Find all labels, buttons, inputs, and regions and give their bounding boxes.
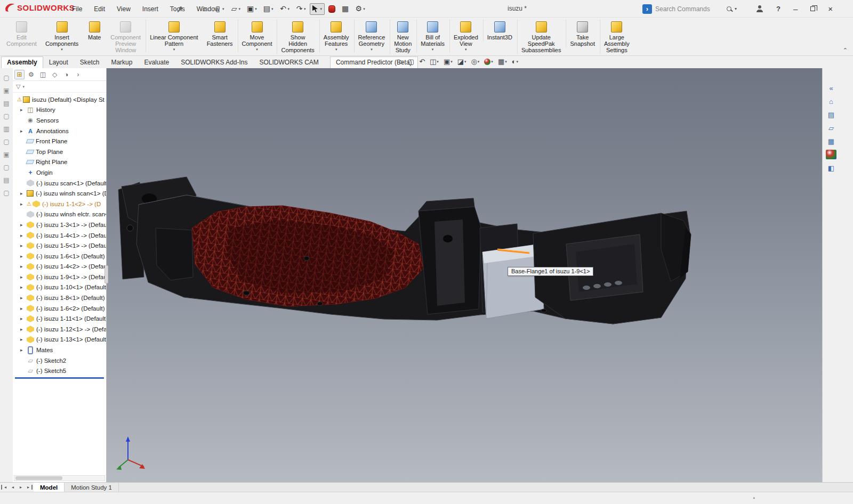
- scrollbar-thumb[interactable]: [15, 476, 62, 480]
- chevron-down-icon[interactable]: ▾: [478, 60, 480, 64]
- chevron-down-icon[interactable]: ▾: [432, 47, 434, 52]
- expand-arrow-icon[interactable]: ▸: [20, 327, 27, 332]
- tree-item[interactable]: ▸ ⚠ Annotations: [13, 126, 106, 136]
- prev-tab-icon[interactable]: ◂: [9, 485, 17, 490]
- tree-item[interactable]: ▸ ⚠ Origin: [13, 167, 106, 178]
- tree-item[interactable]: ▸ ⚠ (-) isuzu scan<1> (Default): [13, 178, 106, 189]
- document-tab[interactable]: Motion Study 1: [65, 483, 119, 492]
- chevron-down-icon[interactable]: ▾: [363, 7, 365, 11]
- expand-arrow-icon[interactable]: ▸: [20, 337, 27, 342]
- redo-icon[interactable]: ↷ ▾: [293, 3, 309, 15]
- tree-item[interactable]: ▸ ⚠ (-) isuzu 1-10<1> (Default): [13, 282, 106, 293]
- expand-arrow-icon[interactable]: ▸: [20, 243, 27, 248]
- expand-arrow-icon[interactable]: ▸: [20, 274, 27, 280]
- save-icon[interactable]: ▣ ▾: [244, 3, 260, 15]
- panel-splitter[interactable]: [104, 265, 108, 283]
- chevron-down-icon[interactable]: ▾: [271, 7, 273, 11]
- undo-icon[interactable]: ↶ ▾: [277, 3, 293, 15]
- panel-overflow-icon[interactable]: ›: [73, 70, 83, 79]
- chevron-down-icon[interactable]: ▾: [320, 7, 323, 11]
- component-preview-window-button[interactable]: Component Preview Window ▾: [106, 19, 145, 54]
- tree-item[interactable]: ▸ ⚠ Sensors: [13, 115, 106, 126]
- tree-item[interactable]: ▸ ⚠ (-) isuzu 1-13<1> (Default): [13, 335, 106, 345]
- tree-item[interactable]: ▸ ⚠ History: [13, 105, 106, 116]
- command-tab[interactable]: Assembly: [1, 56, 43, 68]
- options-icon[interactable]: ⚙ ▾: [352, 3, 368, 15]
- search-dropdown-icon[interactable]: ▾: [735, 6, 737, 11]
- view-palette-icon[interactable]: ▦: [826, 136, 836, 146]
- docked-tool-icon-1[interactable]: ▢: [2, 74, 11, 82]
- close-button[interactable]: ×: [828, 5, 833, 13]
- search-icon[interactable]: [727, 6, 731, 11]
- tree-item[interactable]: ▸ ⚠ (-) isuzu winsh scan<1> (D: [13, 188, 106, 199]
- command-tab[interactable]: Layout: [43, 56, 74, 68]
- docked-tool-icon-9[interactable]: ▤: [2, 176, 11, 184]
- command-tab[interactable]: SOLIDWORKS CAM: [254, 56, 325, 68]
- home-icon[interactable]: ⌂ ▾: [198, 3, 211, 15]
- insert-components-button[interactable]: Insert Components ▾: [41, 19, 83, 53]
- dimxpert-tab-icon[interactable]: ◇: [50, 70, 60, 79]
- chevron-down-icon[interactable]: ▾: [450, 60, 453, 64]
- chevron-down-icon[interactable]: ▾: [304, 7, 306, 11]
- tree-item[interactable]: ▸ ⚠ (-) isuzu 1-12<1> -> (Defa: [13, 324, 106, 335]
- select-tool-icon[interactable]: ▾: [310, 3, 325, 15]
- tree-item[interactable]: ▸ ⚠ (-) isuzu 1-4<1> -> (Defau: [13, 230, 106, 241]
- filter-icon[interactable]: ▽: [16, 83, 20, 90]
- new-document-icon[interactable]: ▯ ▾: [212, 3, 227, 15]
- chevron-down-icon[interactable]: ▾: [256, 47, 258, 52]
- view-orientation-icon[interactable]: ▣ ▾: [442, 56, 454, 67]
- last-tab-icon[interactable]: ▸: [25, 485, 33, 490]
- chevron-down-icon[interactable]: ▾: [61, 47, 63, 52]
- expand-arrow-icon[interactable]: ▸: [20, 284, 27, 290]
- reference-geometry-button[interactable]: Reference Geometry ▾: [354, 19, 390, 53]
- zoom-fit-icon[interactable]: ⌂ ▾: [397, 56, 405, 67]
- command-tab[interactable]: Sketch: [74, 56, 106, 68]
- tree-item[interactable]: ▸ ⚠ (-) isuzu 1-5<1> -> (Defau: [13, 240, 106, 251]
- tree-item[interactable]: ▸ ⚠ (-) isuzu 1-1<2> -> (D: [13, 199, 106, 209]
- linear-component-pattern-button[interactable]: Linear Component Pattern ▾: [146, 19, 203, 53]
- docked-tool-icon-7[interactable]: ▣: [2, 150, 11, 159]
- take-snapshot-button[interactable]: Take Snapshot ▾: [566, 19, 599, 48]
- command-tab[interactable]: Markup: [105, 56, 138, 68]
- assembly-3d-model[interactable]: [107, 68, 822, 482]
- section-view-icon[interactable]: ◫ ▾: [428, 56, 440, 67]
- tree-item[interactable]: ▸ ⚠ (-) isuzu winsh elctr. scan<: [13, 209, 106, 220]
- search-app-icon[interactable]: ›: [642, 4, 652, 14]
- update-speedpak-button[interactable]: Update SpeedPak Subassemblies ▾: [517, 19, 566, 54]
- command-tab[interactable]: SOLIDWORKS Add-Ins: [175, 56, 253, 68]
- edit-appearance-icon[interactable]: ▾: [482, 58, 495, 66]
- menu-item[interactable]: View: [112, 3, 135, 15]
- expand-arrow-icon[interactable]: ▸: [20, 316, 27, 321]
- expand-arrow-icon[interactable]: ▸: [20, 128, 27, 134]
- displaymanager-tab-icon[interactable]: ◑: [61, 70, 71, 79]
- search-input[interactable]: [655, 5, 723, 13]
- document-tab[interactable]: Model: [34, 483, 65, 492]
- bill-of-materials-button[interactable]: Bill of Materials ▾: [416, 19, 449, 53]
- expand-arrow-icon[interactable]: ▸: [20, 107, 27, 112]
- expand-arrow-icon[interactable]: ▸: [20, 264, 27, 269]
- chevron-down-icon[interactable]: ▾: [222, 7, 224, 11]
- exploded-view-button[interactable]: Exploded View ▾: [449, 19, 482, 53]
- tree-horizontal-scrollbar[interactable]: [14, 475, 105, 481]
- chevron-down-icon[interactable]: ▾: [288, 7, 290, 11]
- tree-item[interactable]: ▸ ⚠ (-) isuzu 1-9<1> -> (Defau: [13, 272, 106, 282]
- docked-tool-icon-10[interactable]: ▢: [2, 189, 11, 197]
- tree-item[interactable]: ▸ ⚠ Front Plane: [13, 136, 106, 147]
- chevron-down-icon[interactable]: ▾: [465, 47, 467, 52]
- minimize-button[interactable]: –: [793, 5, 798, 13]
- custom-properties-icon[interactable]: ◧: [826, 163, 836, 173]
- next-tab-icon[interactable]: ▸: [17, 485, 25, 490]
- tree-item[interactable]: ▸ ⚠ (-) isuzu 1-11<1> (Default): [13, 313, 106, 324]
- expand-arrow-icon[interactable]: ▸: [20, 347, 27, 353]
- tree-item[interactable]: ▸ ⚠ (-) Sketch5: [13, 365, 106, 376]
- restore-button[interactable]: [810, 6, 815, 11]
- menu-item[interactable]: Insert: [138, 3, 163, 15]
- tree-item[interactable]: ▸ ⚠ Top Plane: [13, 147, 106, 157]
- solidworks-resources-icon[interactable]: ⌂: [826, 96, 836, 106]
- tree-item[interactable]: ▸ ⚠ (-) isuzu 1-6<1> (Default) -: [13, 251, 106, 262]
- expand-arrow-icon[interactable]: ▸: [20, 233, 27, 238]
- chevron-down-icon[interactable]: ▾: [505, 60, 507, 64]
- expand-arrow-icon[interactable]: ▸: [20, 201, 27, 207]
- edit-component-button[interactable]: Edit Component ▾: [2, 19, 41, 48]
- move-component-button[interactable]: Move Component ▾: [238, 19, 277, 53]
